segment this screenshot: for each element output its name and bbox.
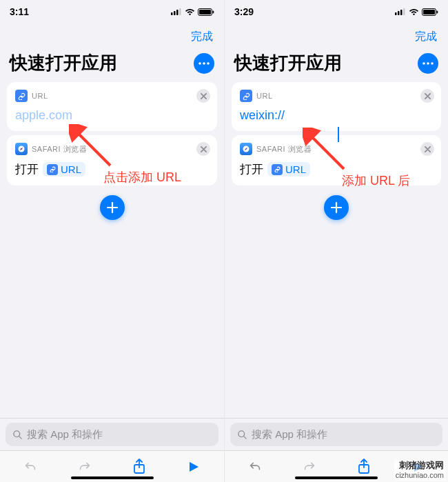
card-label: URL — [256, 92, 273, 100]
svg-point-23 — [427, 62, 429, 65]
cellular-icon — [395, 8, 406, 15]
svg-rect-6 — [213, 10, 214, 13]
open-label: 打开 — [15, 161, 39, 177]
delete-action-button[interactable] — [420, 142, 434, 156]
title-row: 快速打开应用 — [225, 50, 448, 82]
screenshot-right: 3:29 完成 快速打开应用 — [224, 0, 448, 482]
wifi-icon — [185, 8, 195, 16]
nav-bar: 完成 — [0, 23, 224, 50]
redo-button[interactable] — [72, 454, 97, 479]
add-action-button[interactable] — [324, 195, 349, 220]
svg-rect-16 — [398, 11, 400, 15]
cellular-icon — [171, 8, 182, 15]
battery-icon — [422, 8, 438, 16]
add-action-button[interactable] — [100, 195, 125, 220]
link-icon — [15, 90, 28, 102]
svg-rect-1 — [174, 11, 176, 15]
safari-action-card[interactable]: SAFARI 浏览器 打开 URL — [7, 135, 217, 185]
url-variable-chip[interactable]: URL — [43, 162, 85, 177]
link-icon — [272, 164, 283, 175]
url-action-card[interactable]: URL weixin:// — [232, 82, 441, 131]
search-input[interactable]: 搜索 App 和操作 — [230, 423, 442, 446]
svg-point-22 — [422, 62, 425, 65]
svg-rect-17 — [400, 10, 403, 15]
text-cursor — [338, 127, 339, 142]
watermark-en: cizhuniao.com — [396, 471, 444, 480]
svg-rect-18 — [403, 8, 405, 15]
delete-action-button[interactable] — [196, 142, 210, 156]
svg-point-9 — [207, 62, 210, 65]
chip-text: URL — [285, 163, 306, 175]
safari-icon — [240, 143, 252, 155]
link-icon — [240, 90, 252, 102]
more-button[interactable] — [418, 53, 438, 74]
safari-icon — [15, 143, 28, 155]
page-title: 快速打开应用 — [10, 51, 117, 75]
more-button[interactable] — [194, 53, 214, 74]
screenshot-left: 3:11 完成 快速打开应用 — [0, 0, 224, 482]
svg-line-13 — [19, 436, 21, 439]
title-row: 快速打开应用 — [0, 50, 224, 82]
watermark-cn: 刺猪游戏网 — [396, 461, 444, 471]
page-title: 快速打开应用 — [234, 51, 342, 75]
svg-point-24 — [431, 62, 434, 65]
search-bar-container: 搜索 App 和操作 — [0, 418, 224, 450]
svg-rect-5 — [199, 10, 211, 14]
url-input[interactable]: weixin:// — [240, 108, 285, 123]
svg-rect-20 — [423, 10, 435, 14]
status-bar: 3:29 — [225, 0, 448, 23]
search-input[interactable]: 搜索 App 和操作 — [6, 423, 218, 446]
nav-bar: 完成 — [225, 23, 448, 50]
url-variable-chip[interactable]: URL — [267, 162, 310, 177]
card-label: URL — [32, 92, 48, 100]
chip-text: URL — [61, 163, 81, 175]
svg-rect-21 — [437, 10, 438, 13]
url-input[interactable]: apple.com — [15, 108, 72, 123]
run-button[interactable] — [181, 454, 206, 479]
share-button[interactable] — [352, 454, 376, 479]
svg-rect-15 — [395, 12, 397, 15]
search-placeholder: 搜索 App 和操作 — [252, 428, 327, 441]
status-indicators — [395, 8, 438, 16]
svg-point-8 — [203, 62, 205, 65]
status-time: 3:11 — [10, 6, 29, 17]
wifi-icon — [409, 8, 419, 16]
done-button[interactable]: 完成 — [415, 30, 437, 44]
status-time: 3:29 — [234, 6, 254, 17]
svg-rect-0 — [171, 12, 173, 15]
link-icon — [47, 164, 58, 175]
share-button[interactable] — [127, 454, 152, 479]
battery-icon — [198, 8, 214, 16]
undo-button[interactable] — [18, 454, 43, 479]
home-indicator — [71, 476, 154, 479]
svg-point-7 — [198, 62, 201, 65]
svg-line-28 — [243, 436, 246, 439]
svg-rect-3 — [179, 8, 181, 15]
status-bar: 3:11 — [0, 0, 224, 23]
delete-action-button[interactable] — [420, 89, 434, 103]
status-indicators — [171, 8, 214, 16]
search-icon — [12, 430, 23, 440]
svg-rect-2 — [176, 10, 179, 15]
card-label: SAFARI 浏览器 — [32, 144, 87, 154]
undo-button[interactable] — [243, 454, 267, 479]
search-icon — [237, 430, 247, 440]
delete-action-button[interactable] — [196, 89, 210, 103]
home-indicator — [295, 476, 378, 479]
search-placeholder: 搜索 App 和操作 — [27, 428, 103, 441]
safari-action-card[interactable]: SAFARI 浏览器 打开 URL — [232, 135, 441, 185]
redo-button[interactable] — [297, 454, 322, 479]
card-label: SAFARI 浏览器 — [256, 144, 312, 154]
search-bar-container: 搜索 App 和操作 — [225, 418, 448, 450]
done-button[interactable]: 完成 — [191, 30, 213, 44]
open-label: 打开 — [240, 161, 263, 177]
url-action-card[interactable]: URL apple.com — [7, 82, 217, 131]
watermark: 刺猪游戏网 cizhuniao.com — [394, 460, 445, 481]
